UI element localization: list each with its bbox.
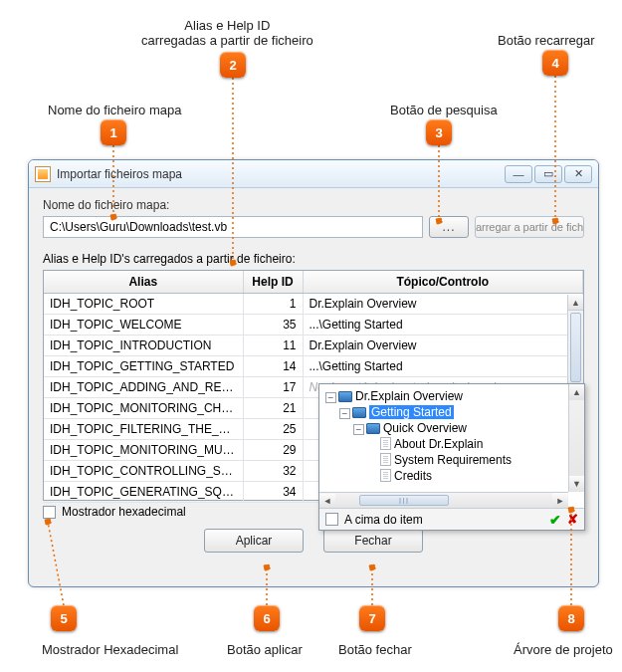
col-helpid[interactable]: Help ID — [243, 271, 303, 294]
tree-node[interactable]: About Dr.Explain — [394, 437, 483, 451]
cell-helpid: 17 — [243, 377, 303, 398]
cell-alias: IDH_TOPIC_ROOT — [44, 294, 243, 315]
cell-helpid: 11 — [243, 336, 303, 356]
titlebar: Importar ficheiros mapa — ▭ ✕ — [29, 160, 598, 188]
annotation-label-8: Árvore de projeto — [514, 642, 613, 657]
cell-alias: IDH_TOPIC_MONITORING_MUL... — [44, 440, 243, 461]
annotation-label-7: Botão fechar — [338, 642, 412, 657]
tree-node[interactable]: Credits — [394, 469, 432, 483]
table-row[interactable]: IDH_TOPIC_WELCOME35...\Getting Started — [44, 315, 583, 336]
cell-helpid: 29 — [243, 440, 303, 461]
cell-helpid: 35 — [243, 315, 303, 336]
hex-checkbox-label: Mostrador hexadecimal — [62, 505, 186, 519]
cell-helpid: 34 — [243, 482, 303, 503]
scroll-up-icon[interactable]: ▲ — [569, 384, 584, 400]
close-window-button[interactable]: ✕ — [564, 165, 592, 183]
col-alias[interactable]: Alias — [44, 271, 243, 294]
cell-alias: IDH_TOPIC_WELCOME — [44, 315, 243, 336]
hex-checkbox[interactable] — [43, 506, 56, 519]
close-button[interactable]: Fechar — [323, 529, 423, 553]
cell-helpid: 32 — [243, 461, 303, 482]
marker-1: 1 — [101, 119, 126, 145]
tree-node[interactable]: System Requirements — [394, 453, 512, 467]
tree-node-selected[interactable]: Getting Started — [369, 405, 454, 419]
marker-2: 2 — [220, 52, 246, 78]
dialog-window: Importar ficheiros mapa — ▭ ✕ Nome do fi… — [28, 159, 599, 587]
marker-4: 4 — [542, 50, 568, 76]
tree-horizontal-scrollbar[interactable]: ◄ III ► — [319, 492, 568, 508]
grid-section-label: Alias e Help ID's carregados a partir de… — [43, 252, 584, 266]
scroll-thumb[interactable] — [570, 313, 581, 382]
tree-footer: A cima do item ✔ ✘ — [319, 508, 584, 530]
browse-button[interactable]: ... — [429, 216, 469, 238]
tree-node[interactable]: Quick Overview — [383, 421, 467, 435]
table-row[interactable]: IDH_TOPIC_GETTING_STARTED14...\Getting S… — [44, 356, 583, 377]
scroll-up-icon[interactable]: ▲ — [568, 295, 583, 311]
cell-topic: Dr.Explain Overview — [303, 294, 583, 315]
tree-vertical-scrollbar[interactable]: ▲ ▼ — [568, 384, 584, 492]
tree-expand-icon[interactable]: − — [325, 392, 336, 403]
project-tree[interactable]: −Dr.Explain Overview −Getting Started −Q… — [319, 384, 584, 508]
cell-alias: IDH_TOPIC_CONTROLLING_SCRI... — [44, 461, 243, 482]
tree-node[interactable]: Dr.Explain Overview — [355, 389, 463, 403]
marker-6: 6 — [254, 605, 280, 631]
annotation-label-3: Botão de pesquisa — [390, 103, 498, 117]
cell-alias: IDH_TOPIC_INTRODUCTION — [44, 336, 243, 356]
window-title: Importar ficheiros mapa — [57, 167, 505, 181]
annotation-label-4: Botão recarregar — [498, 33, 595, 48]
tree-expand-icon[interactable]: − — [353, 424, 364, 435]
cell-helpid: 25 — [243, 419, 303, 440]
cell-alias: IDH_TOPIC_ADDING_AND_REM... — [44, 377, 243, 398]
table-row[interactable]: IDH_TOPIC_ROOT1Dr.Explain Overview — [44, 294, 583, 315]
path-label: Nome do ficheiro mapa: — [43, 198, 584, 212]
marker-3: 3 — [426, 119, 452, 145]
cell-helpid: 14 — [243, 356, 303, 377]
map-file-path-input[interactable]: C:\Users\Guru\Downloads\test.vb — [43, 216, 423, 238]
scroll-thumb[interactable]: III — [359, 495, 449, 506]
marker-8: 8 — [558, 605, 584, 631]
tree-expand-icon[interactable]: − — [339, 408, 350, 419]
tree-cancel-icon[interactable]: ✘ — [567, 512, 578, 527]
cell-topic: ...\Getting Started — [303, 315, 583, 336]
cell-topic: ...\Getting Started — [303, 356, 583, 377]
table-row[interactable]: IDH_TOPIC_INTRODUCTION11Dr.Explain Overv… — [44, 336, 583, 356]
minimize-button[interactable]: — — [505, 165, 532, 183]
page-icon — [380, 437, 391, 450]
above-item-checkbox[interactable] — [325, 513, 338, 526]
cell-helpid: 21 — [243, 398, 303, 419]
book-icon — [352, 407, 366, 418]
alias-grid[interactable]: Alias Help ID Tópico/Controlo IDH_TOPIC_… — [43, 270, 584, 501]
cell-alias: IDH_TOPIC_FILTERING_THE_VIEW — [44, 419, 243, 440]
marker-5: 5 — [51, 605, 77, 631]
col-topic[interactable]: Tópico/Controlo — [303, 271, 583, 294]
above-item-label: A cima do item — [344, 513, 423, 527]
cell-alias: IDH_TOPIC_GETTING_STARTED — [44, 356, 243, 377]
apply-button[interactable]: Aplicar — [204, 529, 304, 553]
tree-confirm-icon[interactable]: ✔ — [549, 512, 561, 528]
annotation-label-1: Nome do ficheiro mapa — [48, 103, 181, 117]
annotation-label-5: Mostrador Hexadecimal — [42, 642, 178, 657]
cell-topic: Dr.Explain Overview — [303, 336, 583, 356]
scroll-down-icon[interactable]: ▼ — [569, 476, 584, 492]
scroll-left-icon[interactable]: ◄ — [319, 494, 335, 509]
page-icon — [380, 469, 391, 482]
maximize-button[interactable]: ▭ — [534, 165, 562, 183]
annotation-label-2: Alias e Help ID carregadas a partir de f… — [141, 18, 313, 48]
annotation-label-6: Botão aplicar — [227, 642, 303, 657]
cell-helpid: 1 — [243, 294, 303, 315]
app-icon — [35, 166, 51, 182]
project-tree-popup: −Dr.Explain Overview −Getting Started −Q… — [318, 383, 585, 531]
scroll-right-icon[interactable]: ► — [552, 493, 568, 508]
cell-alias: IDH_TOPIC_GENERATING_SQL_S... — [44, 482, 243, 503]
cell-alias: IDH_TOPIC_MONITORING_CHA... — [44, 398, 243, 419]
book-icon — [366, 423, 380, 434]
page-icon — [380, 453, 391, 466]
marker-7: 7 — [359, 605, 385, 631]
reload-button[interactable]: arregar a partir de fich — [475, 216, 584, 238]
book-icon — [338, 391, 352, 402]
